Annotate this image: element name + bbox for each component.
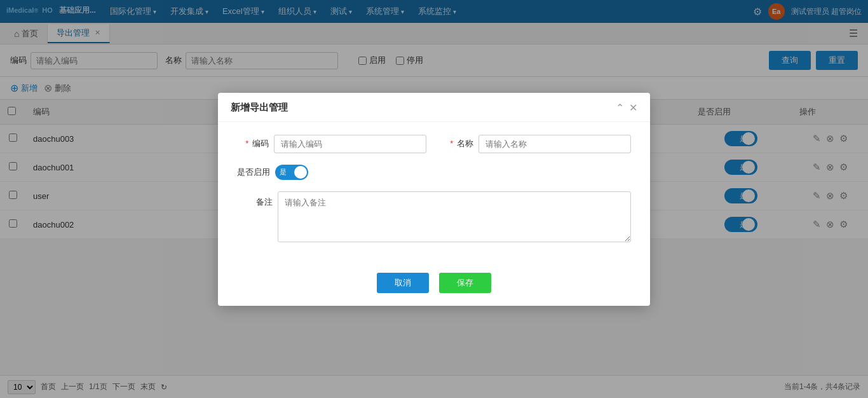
dialog-name-label: * 名称 [442, 138, 473, 149]
dialog-name-input[interactable] [478, 135, 631, 153]
dialog-toggle-label: 是 [275, 167, 287, 177]
dialog-toggle-thumb [294, 166, 307, 179]
form-row-code-name: * 编码 * 名称 [237, 135, 631, 153]
dialog-overlay: 新增导出管理 ⌃ ✕ * 编码 * 名称 [0, 0, 868, 388]
dialog-controls: ⌃ ✕ [616, 102, 637, 114]
form-group-code: * 编码 [237, 135, 426, 153]
dialog-title: 新增导出管理 [231, 102, 288, 114]
dialog-enabled-toggle[interactable]: 是 [275, 165, 308, 180]
form-group-name: * 名称 [442, 135, 631, 153]
dialog-footer: 取消 保存 [218, 266, 650, 306]
dialog-body: * 编码 * 名称 是否启用 是 [218, 122, 650, 266]
dialog-header: 新增导出管理 ⌃ ✕ [218, 93, 650, 122]
dialog-code-label: * 编码 [237, 138, 269, 149]
add-export-dialog: 新增导出管理 ⌃ ✕ * 编码 * 名称 [218, 93, 650, 306]
cancel-button[interactable]: 取消 [377, 273, 429, 293]
close-icon[interactable]: ✕ [629, 102, 637, 114]
dialog-enabled-label: 是否启用 [237, 167, 270, 178]
dialog-remark-label: 备注 [237, 191, 273, 208]
save-button[interactable]: 保存 [439, 273, 491, 293]
dialog-code-input[interactable] [274, 135, 426, 153]
dialog-remark-textarea[interactable] [278, 191, 631, 242]
minimize-icon[interactable]: ⌃ [616, 102, 624, 114]
form-row-remark: 备注 [237, 191, 631, 242]
form-row-enabled: 是否启用 是 [237, 165, 631, 180]
form-group-enabled: 是否启用 是 [237, 165, 631, 180]
